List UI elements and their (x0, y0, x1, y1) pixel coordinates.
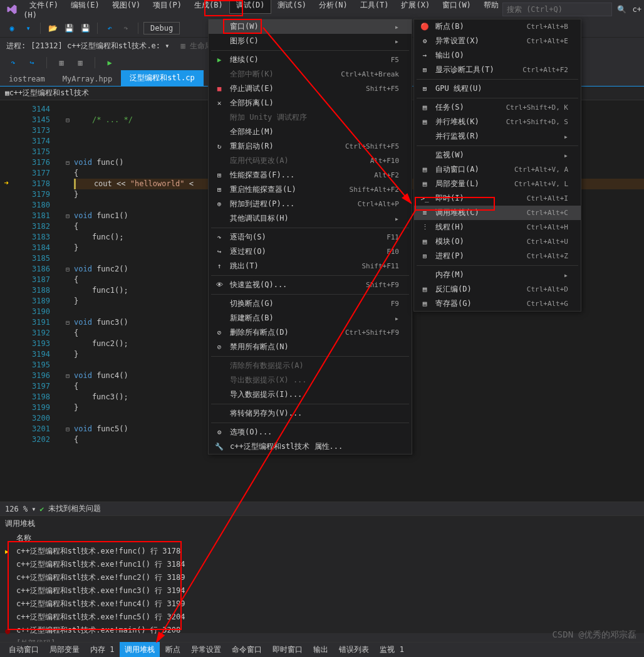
windows-menu-item[interactable]: ⋮线程(H)Ctrl+Alt+H (414, 220, 581, 234)
callstack-row[interactable]: c++泛型编程和stl技术.exe!func1() 行 3184 (5, 558, 639, 571)
windows-menu-item[interactable]: ▤自动窗口(A)Ctrl+Alt+V, A (414, 162, 581, 177)
menu-8[interactable]: 工具(T) (354, 0, 395, 13)
solution-label: c+ (633, 5, 641, 14)
bottom-tab-5[interactable]: 异常设置 (186, 642, 226, 657)
bottom-tab-7[interactable]: 即时窗口 (267, 642, 308, 657)
debug-menu-item[interactable]: ▶继续(C)F5 (209, 53, 412, 67)
debug-menu-item[interactable]: ↑跳出(T)Shift+F11 (209, 259, 412, 273)
windows-menu-item[interactable]: 🔴断点(B)Ctrl+Alt+B (414, 19, 581, 34)
debug-menu-item[interactable]: 图形(C)▸ (209, 34, 412, 48)
debug-menu-item: 附加 Unity 调试程序 (209, 110, 412, 125)
debug-menu-item: 应用代码更改(A)Alt+F10 (209, 154, 412, 168)
debug-menu-item[interactable]: ⊞性能探查器(F)...Alt+F2 (209, 168, 412, 182)
bottom-tab-10[interactable]: 监视 1 (375, 642, 408, 657)
windows-menu-item[interactable]: ▤寄存器(G)Ctrl+Alt+G (414, 297, 581, 311)
menu-7[interactable]: 分析(N) (313, 0, 354, 13)
search-input[interactable] (502, 3, 612, 16)
windows-menu-item[interactable]: ⚙异常设置(X)Ctrl+Alt+E (414, 34, 581, 48)
callstack-row[interactable]: c++泛型编程和stl技术.exe!func2() 行 3189 (5, 571, 639, 584)
step2-icon[interactable]: ↪ (25, 56, 39, 70)
step-icon[interactable]: ↷ (6, 56, 20, 70)
windows-menu-item[interactable]: ▤反汇编(D)Ctrl+Alt+D (414, 282, 581, 297)
windows-menu-item[interactable]: →输出(O) (414, 48, 581, 63)
debug-menu-item[interactable]: ⊞重启性能探查器(L)Shift+Alt+F2 (209, 182, 412, 197)
callstack-row[interactable]: c++泛型编程和stl技术.exe!func4() 行 3199 (5, 597, 639, 611)
windows-menu-item[interactable]: ⊞进程(P)Ctrl+Alt+Z (414, 249, 581, 263)
debug-menu-item[interactable]: 🔧c++泛型编程和stl技术 属性... (209, 439, 412, 454)
debug-menu-item[interactable]: ⊘禁用所有断点(N) (209, 340, 412, 354)
tab-2[interactable]: 泛型编程和stl.cp (121, 70, 203, 86)
menu-9[interactable]: 扩展(X) (395, 0, 436, 13)
windows-menu-item[interactable]: 内存(M)▸ (414, 268, 581, 282)
debug-menu-item[interactable]: ↪逐过程(O)F10 (209, 244, 412, 259)
menu-5[interactable]: 调试(D) (229, 0, 272, 14)
debug-menu-item[interactable]: ■停止调试(E)Shift+F5 (209, 81, 412, 96)
debug-menu-item[interactable]: 窗口(W)▸ (209, 19, 412, 34)
menu-10[interactable]: 窗口(W) (436, 0, 477, 13)
bottom-tab-9[interactable]: 错误列表 (334, 642, 374, 657)
windows-menu-item[interactable]: ≡调用堆栈(C)Ctrl+Alt+C (414, 206, 581, 220)
layout2-icon[interactable]: ▦ (73, 56, 87, 70)
fwd-icon[interactable]: ▾ (21, 21, 35, 35)
zoom-level[interactable]: 126 % (5, 505, 28, 513)
windows-menu-item[interactable]: 并行监视(R)▸ (414, 129, 581, 144)
tab-0[interactable]: iostream (0, 72, 54, 86)
debug-menu-item[interactable]: 全部终止(M) (209, 125, 412, 139)
windows-menu-item[interactable]: ⊞GPU 线程(U) (414, 81, 581, 96)
menu-3[interactable]: 项目(P) (147, 0, 188, 13)
fold-column[interactable]: ⊟⊟⊟⊟⊟⊟⊟ (61, 100, 74, 502)
debug-menu-item[interactable]: ✕全部拆离(L) (209, 96, 412, 110)
windows-menu-item[interactable]: ▤任务(S)Ctrl+Shift+D, K (414, 100, 581, 115)
windows-menu-item[interactable]: ▤模块(O)Ctrl+Alt+U (414, 234, 581, 249)
callstack-row[interactable]: c++泛型编程和stl技术.exe!func3() 行 3194 (5, 584, 639, 597)
debug-menu-item[interactable]: 其他调试目标(H)▸ (209, 211, 412, 226)
windows-menu-item[interactable]: 监视(W)▸ (414, 148, 581, 162)
editor-status: 126 % ▾ ✔ 未找到相关问题 (0, 502, 644, 515)
windows-menu-item[interactable]: ▤并行堆栈(K)Ctrl+Shift+D, S (414, 115, 581, 129)
windows-menu-item[interactable]: ▤局部变量(L)Ctrl+Alt+V, L (414, 177, 581, 191)
process-name[interactable]: [21312] c++泛型编程和stl技术.e: ▾ (31, 41, 169, 51)
callstack-header: 名称 (5, 532, 639, 545)
debug-menu-item[interactable]: ⊘删除所有断点(D)Ctrl+Shift+F9 (209, 325, 412, 340)
undo-icon[interactable]: ↶ (103, 21, 117, 35)
layout-icon[interactable]: ▦ (55, 56, 68, 70)
bottom-tab-3[interactable]: 调用堆栈 (120, 642, 160, 657)
saveall-icon[interactable]: 💾 (78, 21, 92, 35)
menu-1[interactable]: 编辑(E) (65, 0, 106, 13)
debug-menu-item[interactable]: ↷逐语句(S)F11 (209, 230, 412, 244)
bottom-tab-6[interactable]: 命令窗口 (227, 642, 267, 657)
open-icon[interactable]: 📂 (46, 21, 60, 35)
debug-menu-item[interactable]: 将转储另存为(V)... (209, 406, 412, 421)
debug-menu-item[interactable]: ↻重新启动(R)Ctrl+Shift+F5 (209, 139, 412, 154)
bottom-tab-0[interactable]: 自动窗口 (4, 642, 44, 657)
debug-menu-item: 导出数据提示(X) ... (209, 373, 412, 387)
debug-menu-item[interactable]: 导入数据提示(I)... (209, 387, 412, 402)
debug-menu[interactable]: 窗口(W)▸图形(C)▸▶继续(C)F5全部中断(K)Ctrl+Alt+Brea… (208, 19, 412, 455)
debug-menu-item[interactable]: 👁快速监视(Q)...Shift+F9 (209, 278, 412, 292)
debug-menu-item[interactable]: 新建断点(B)▸ (209, 311, 412, 325)
search-icon[interactable]: 🔍 (615, 3, 629, 16)
windows-menu-item[interactable]: >_即时(I)Ctrl+Alt+I (414, 191, 581, 206)
save-icon[interactable]: 💾 (62, 21, 76, 35)
windows-menu-item[interactable]: ⊞显示诊断工具(T)Ctrl+Alt+F2 (414, 63, 581, 77)
windows-submenu[interactable]: 🔴断点(B)Ctrl+Alt+B⚙异常设置(X)Ctrl+Alt+E→输出(O)… (413, 19, 581, 312)
callstack-row[interactable]: c++泛型编程和stl技术.exe!func5() 行 3204 (5, 611, 639, 624)
bottom-tab-2[interactable]: 内存 1 (85, 642, 119, 657)
debug-config[interactable]: Debug (143, 22, 180, 34)
menu-2[interactable]: 视图(V) (106, 0, 147, 13)
menu-6[interactable]: 测试(S) (271, 0, 313, 13)
bottom-tab-4[interactable]: 断点 (160, 642, 185, 657)
callstack-row[interactable]: ●c++泛型编程和stl技术.exe!main() 行 3208 (5, 624, 639, 637)
issues-label: 未找到相关问题 (48, 503, 101, 514)
debug-menu-item[interactable]: ⊕附加到进程(P)...Ctrl+Alt+P (209, 197, 412, 211)
tab-1[interactable]: MyArray.hpp (54, 72, 121, 86)
callstack-row[interactable]: ▶c++泛型编程和stl技术.exe!func() 行 3178 (5, 545, 639, 558)
back-icon[interactable]: ◉ (5, 21, 19, 35)
redo-icon[interactable]: ↷ (119, 21, 133, 35)
bottom-tab-8[interactable]: 输出 (308, 642, 333, 657)
menu-4[interactable]: 生成(B) (188, 0, 229, 13)
play-icon[interactable]: ▶ (103, 56, 117, 70)
debug-menu-item[interactable]: 切换断点(G)F9 (209, 297, 412, 311)
bottom-tab-1[interactable]: 局部变量 (44, 642, 85, 657)
debug-menu-item[interactable]: ⚙选项(O)... (209, 425, 412, 439)
